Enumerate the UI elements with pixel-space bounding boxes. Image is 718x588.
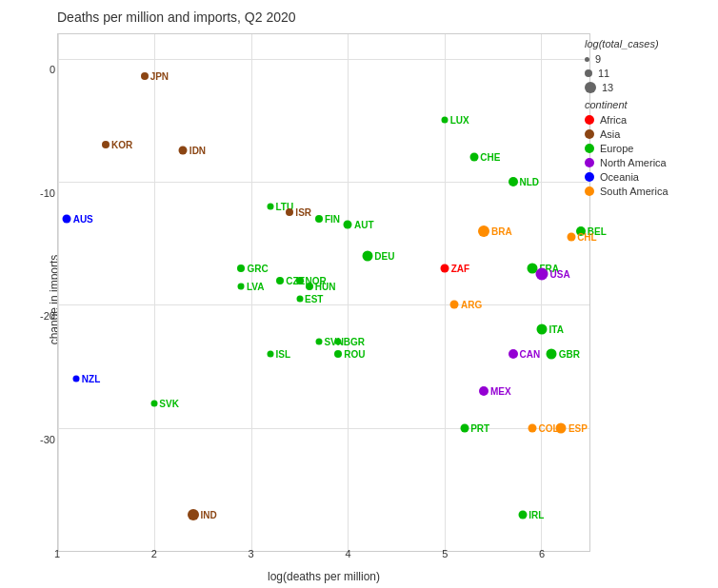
- grid-line-v: [445, 34, 446, 551]
- legend-size-label: 11: [598, 68, 609, 79]
- point-label-deu: DEU: [374, 250, 394, 261]
- chart-title: Deaths per million and imports, Q2 2020: [57, 10, 296, 25]
- legend-size-dot: [585, 82, 596, 93]
- legend-color-label: Europe: [600, 143, 633, 154]
- x-axis-label: log(deaths per million): [57, 570, 590, 583]
- legend-size-row: 9: [585, 53, 708, 65]
- data-point-bra: [478, 225, 489, 237]
- grid-line-v: [541, 34, 542, 551]
- point-label-lva: LVA: [247, 282, 265, 292]
- data-point-che: [469, 152, 478, 161]
- legend-color-label: Africa: [600, 114, 627, 126]
- data-point-gbr: [547, 349, 557, 360]
- legend-size-title: log(total_cases): [585, 38, 708, 49]
- data-point-prt: [460, 424, 469, 433]
- data-point-mex: [479, 386, 489, 396]
- point-label-ind: IND: [201, 510, 217, 520]
- data-point-idn: [179, 147, 188, 155]
- point-label-usa: USA: [550, 269, 570, 280]
- point-label-esp: ESP: [568, 423, 588, 434]
- data-point-irl: [518, 511, 527, 519]
- x-tick-3: 3: [249, 548, 254, 559]
- point-label-aut: AUT: [354, 220, 374, 230]
- data-point-isl: [268, 351, 274, 358]
- point-label-nld: NLD: [520, 176, 540, 186]
- legend-color-dot: [585, 186, 594, 196]
- point-label-svk: SVK: [159, 399, 179, 409]
- legend-color-label: North America: [600, 157, 667, 168]
- data-point-hun: [306, 283, 313, 290]
- point-label-aus: AUS: [73, 213, 93, 224]
- y-tick-0: 0: [29, 64, 55, 75]
- legend-size-label: 13: [602, 82, 613, 93]
- data-point-isr: [286, 208, 293, 216]
- data-point-col: [528, 424, 536, 433]
- point-label-prt: PRT: [470, 423, 489, 434]
- data-point-ind: [188, 509, 199, 520]
- legend-color-row-africa: Africa: [585, 114, 708, 126]
- data-point-grc: [237, 265, 245, 272]
- legend-color-row-oceania: Oceania: [585, 171, 708, 183]
- data-point-chl: [567, 233, 575, 242]
- legend-size-row: 11: [585, 68, 708, 79]
- y-tick-20: -20: [29, 310, 55, 322]
- data-point-rou: [334, 350, 342, 358]
- data-point-jpn: [141, 72, 149, 80]
- data-point-esp: [556, 423, 567, 434]
- grid-line-v: [348, 34, 349, 551]
- legend-color-row-north-america: North America: [585, 157, 708, 168]
- legend-color-row-south-america: South America: [585, 186, 708, 197]
- data-point-nor: [296, 277, 304, 284]
- legend-color-dot: [585, 115, 594, 125]
- data-point-zaf: [441, 264, 449, 272]
- legend-size-dot: [585, 69, 592, 77]
- grid-line-v: [58, 34, 59, 551]
- y-tick-30: -30: [29, 434, 55, 445]
- point-label-lux: LUX: [450, 114, 469, 125]
- data-point-fin: [315, 215, 323, 223]
- legend-color-dot: [585, 144, 594, 153]
- legend-size-dot: [585, 57, 589, 62]
- point-label-irl: IRL: [529, 510, 544, 520]
- plot-area: [57, 33, 590, 552]
- x-tick-1: 1: [54, 548, 60, 559]
- data-point-ltu: [268, 203, 274, 209]
- x-tick-4: 4: [345, 548, 350, 559]
- data-point-kor: [102, 141, 110, 148]
- point-label-rou: ROU: [344, 349, 365, 360]
- legend-color-dot: [585, 129, 594, 139]
- data-point-aus: [63, 214, 71, 223]
- legend-color-label: South America: [600, 186, 668, 197]
- point-label-jpn: JPN: [150, 71, 169, 82]
- data-point-lva: [238, 284, 245, 290]
- point-label-mex: MEX: [490, 386, 511, 397]
- data-point-nld: [509, 177, 518, 186]
- point-label-nzl: NZL: [82, 374, 100, 384]
- data-point-arg: [450, 301, 459, 309]
- data-point-est: [296, 295, 303, 302]
- legend-color-label: Asia: [600, 128, 620, 140]
- point-label-isl: ISL: [276, 349, 291, 360]
- point-label-gbr: GBR: [559, 349, 580, 360]
- point-label-can: CAN: [520, 349, 541, 360]
- point-label-grc: GRC: [247, 263, 268, 273]
- data-point-bgr: [335, 339, 342, 345]
- data-point-deu: [362, 250, 372, 261]
- legend: log(total_cases) 91113 continent AfricaA…: [585, 38, 708, 200]
- point-label-arg: ARG: [461, 300, 482, 310]
- point-label-idn: IDN: [189, 146, 206, 156]
- grid-line-v: [154, 34, 155, 551]
- point-label-hun: HUN: [315, 282, 336, 292]
- data-point-svk: [150, 401, 157, 407]
- legend-color-label: Oceania: [600, 171, 639, 183]
- x-tick-6: 6: [539, 548, 545, 559]
- data-point-usa: [536, 268, 548, 281]
- x-tick-2: 2: [151, 548, 157, 559]
- y-tick-10: -10: [29, 187, 55, 199]
- data-point-lux: [442, 116, 449, 123]
- grid-line-h: [58, 304, 589, 305]
- grid-line-v: [251, 34, 252, 551]
- point-label-bra: BRA: [491, 225, 512, 236]
- data-point-aut: [344, 221, 352, 229]
- legend-size-row: 13: [585, 82, 708, 93]
